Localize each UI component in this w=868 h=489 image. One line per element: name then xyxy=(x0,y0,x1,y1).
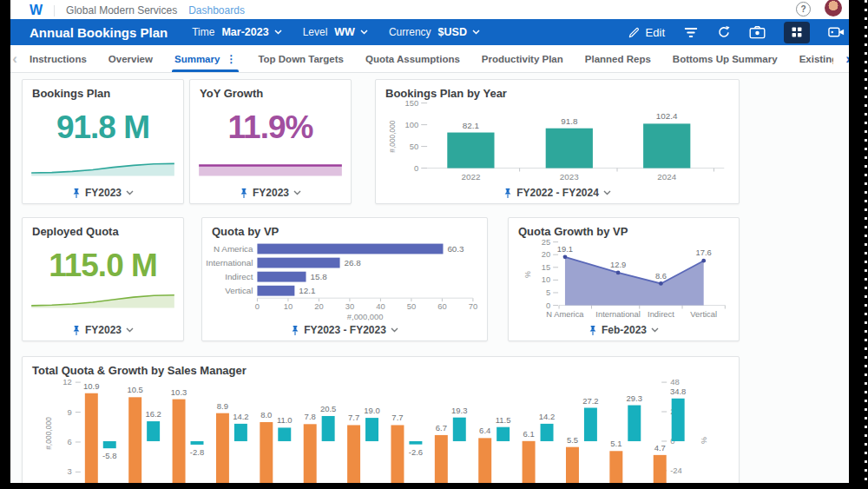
help-icon[interactable]: ? xyxy=(796,2,811,17)
svg-text:19.0: 19.0 xyxy=(364,406,379,415)
tab-bottoms-up-summary[interactable]: Bottoms Up Summary xyxy=(673,45,778,72)
svg-text:N America: N America xyxy=(546,310,584,319)
svg-text:7.8: 7.8 xyxy=(305,412,316,421)
svg-text:-24: -24 xyxy=(670,466,682,475)
currency-filter[interactable]: Currency $USD xyxy=(389,26,480,38)
period-pin[interactable]: FY2023 xyxy=(23,186,183,200)
card-deployed-quota: Deployed Quota 115.0 M FY2023 xyxy=(22,217,184,341)
page-title: Annual Bookings Plan xyxy=(30,25,168,40)
tab-quota-assumptions[interactable]: Quota Assumptions xyxy=(365,45,460,72)
funnel-icon xyxy=(683,26,699,39)
svg-text:100: 100 xyxy=(405,121,419,129)
period-pin[interactable]: FY2023 xyxy=(23,323,183,337)
svg-text:10: 10 xyxy=(542,275,550,284)
card-title: Bookings Plan xyxy=(32,87,110,100)
svg-text:48: 48 xyxy=(670,377,680,387)
svg-text:19.3: 19.3 xyxy=(451,406,467,415)
card-title: Deployed Quota xyxy=(32,225,119,238)
workday-logo[interactable]: W xyxy=(30,4,43,17)
svg-text:60: 60 xyxy=(437,302,446,311)
grid-view-button[interactable] xyxy=(784,22,810,43)
svg-text:5.1: 5.1 xyxy=(610,439,621,448)
svg-text:-5.8: -5.8 xyxy=(102,451,116,460)
svg-text:2024: 2024 xyxy=(657,172,676,182)
svg-text:Vertical: Vertical xyxy=(690,310,717,319)
avatar[interactable] xyxy=(825,0,842,17)
letterbox-right xyxy=(849,0,868,489)
svg-text:12.1: 12.1 xyxy=(299,286,315,295)
chevron-down-icon xyxy=(360,30,368,35)
command-bar: Annual Bookings Plan Time Mar-2023 Level… xyxy=(0,19,868,45)
dashboard-page: W Global Modern Services Dashboards ? An… xyxy=(0,0,868,489)
svg-text:N America: N America xyxy=(214,244,253,254)
pin-icon xyxy=(503,188,512,199)
tab-instructions[interactable]: Instructions xyxy=(30,45,87,72)
svg-text:20: 20 xyxy=(314,302,323,311)
pin-label: FY2023 xyxy=(253,187,289,199)
card-title: Total Quota & Growth by Sales Manager xyxy=(32,364,247,377)
breadcrumb-dashboards[interactable]: Dashboards xyxy=(188,4,245,17)
svg-text:15: 15 xyxy=(542,263,550,272)
tab-overview[interactable]: Overview xyxy=(108,45,153,72)
svg-text:12.9: 12.9 xyxy=(610,261,626,269)
svg-text:20: 20 xyxy=(542,250,550,259)
tab-productivity-plan[interactable]: Productivity Plan xyxy=(482,45,563,72)
tab-planned-reps[interactable]: Planned Reps xyxy=(585,45,651,72)
svg-text:2022: 2022 xyxy=(461,172,480,182)
tab-existing-reps[interactable]: Existing Reps xyxy=(799,45,833,72)
period-pin[interactable]: FY2023 xyxy=(190,186,351,200)
svg-text:27.2: 27.2 xyxy=(582,396,598,406)
present-button[interactable] xyxy=(828,26,845,38)
svg-text:#,000,000: #,000,000 xyxy=(347,313,384,321)
tab-summary[interactable]: Summary⋮ xyxy=(174,45,236,72)
svg-text:50: 50 xyxy=(410,142,418,151)
svg-text:6: 6 xyxy=(68,437,72,446)
svg-text:International: International xyxy=(206,258,253,268)
svg-text:40: 40 xyxy=(376,302,385,311)
tab-top-down-targets[interactable]: Top Down Targets xyxy=(258,45,344,72)
tab-menu-icon[interactable]: ⋮ xyxy=(226,53,236,65)
video-icon xyxy=(828,26,845,38)
svg-text:70: 70 xyxy=(469,302,477,311)
card-title: YoY Growth xyxy=(200,87,263,100)
chevron-down-icon xyxy=(126,327,134,333)
svg-text:6.4: 6.4 xyxy=(479,426,490,435)
pin-label: FY2023 xyxy=(85,187,122,199)
period-pin[interactable]: Feb-2023 xyxy=(509,323,739,337)
chevron-down-icon xyxy=(472,30,480,35)
period-pin[interactable]: FY2022 - FY2024 xyxy=(376,186,739,200)
edit-button[interactable]: Edit xyxy=(628,26,665,39)
svg-text:%: % xyxy=(700,437,708,444)
card-yoy-growth: YoY Growth 11.9% FY2023 xyxy=(189,79,352,204)
svg-text:4.7: 4.7 xyxy=(654,443,666,453)
svg-text:150: 150 xyxy=(405,99,419,108)
time-filter-value[interactable]: Mar-2023 xyxy=(221,26,268,38)
svg-text:0: 0 xyxy=(546,301,550,310)
snapshot-button[interactable] xyxy=(749,25,766,39)
pencil-icon xyxy=(628,26,641,39)
pin-label: Feb-2023 xyxy=(602,324,647,336)
period-pin[interactable]: FY2023 - FY2023 xyxy=(202,323,487,337)
top-header: W Global Modern Services Dashboards ? xyxy=(0,0,868,19)
svg-text:10.5: 10.5 xyxy=(127,385,142,394)
svg-text:9: 9 xyxy=(68,407,72,417)
pin-icon xyxy=(291,325,299,336)
svg-text:10.3: 10.3 xyxy=(171,387,187,397)
svg-text:60.3: 60.3 xyxy=(447,244,464,254)
level-filter-value[interactable]: WW xyxy=(334,26,355,38)
svg-text:26.8: 26.8 xyxy=(344,258,361,268)
tab-list: InstructionsOverviewSummary⋮Top Down Tar… xyxy=(30,45,833,72)
svg-text:12: 12 xyxy=(62,377,72,387)
svg-text:20.5: 20.5 xyxy=(320,404,336,413)
card-bookings-by-year: Bookings Plan by Year 05010015082.120229… xyxy=(375,79,740,204)
refresh-button[interactable] xyxy=(717,25,731,39)
org-name: Global Modern Services xyxy=(66,4,177,17)
card-title: Quota Growth by VP xyxy=(518,225,628,238)
svg-text:%: % xyxy=(523,271,532,278)
filter-button[interactable] xyxy=(683,26,699,39)
level-filter[interactable]: Level WW xyxy=(303,26,368,38)
card-title: Bookings Plan by Year xyxy=(385,87,507,100)
currency-filter-value[interactable]: $USD xyxy=(438,26,467,38)
svg-text:7.7: 7.7 xyxy=(348,413,359,422)
time-filter[interactable]: Time Mar-2023 xyxy=(192,26,281,38)
